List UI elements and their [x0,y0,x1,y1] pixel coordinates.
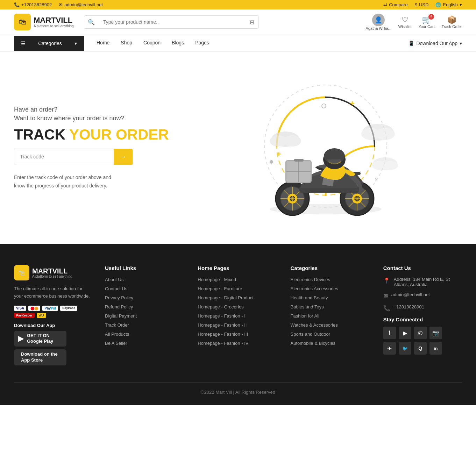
track-submit-button[interactable]: → [114,149,133,165]
nav-coupon[interactable]: Coupon [138,35,166,51]
list-item: Homepage - Fashion - III [198,331,276,337]
contact-email: ✉ admin@techvill.net [383,292,462,299]
footer-home-pages-col: Home Pages Homepage - Mixed Homepage - F… [198,265,276,368]
currency-selector[interactable]: $ USD [415,2,429,7]
facebook-icon[interactable]: f [383,327,396,339]
phone-link[interactable]: 📞 +12013828902 [14,2,52,7]
footer-brand-col: 🛍 MARTVILL A platform to sell anything T… [14,265,91,368]
cart-button[interactable]: 🛒 5 Your Cart [419,15,435,29]
homepage-mixed-link[interactable]: Homepage - Mixed [198,277,236,282]
language-selector[interactable]: 🌐 English ▾ [435,2,462,7]
fashion-all-link[interactable]: Fashion for All [291,313,319,319]
homepage-fashion4-link[interactable]: Homepage - Fashion - IV [198,341,248,346]
list-item: Sports and Outdoor [291,331,369,337]
wishlist-button[interactable]: ♡ Wishlist [398,15,412,29]
instagram-icon[interactable]: 📷 [429,327,442,339]
svg-text:+: + [350,99,355,108]
list-item: Homepage - Fashion - II [198,322,276,328]
user-profile[interactable]: 👤 Agatha Willia... [365,14,391,30]
stay-connected-title: Stay Connected [383,316,462,322]
list-item: Contact Us [105,286,184,291]
hero-content: Have an order? Want to know where your o… [14,106,182,190]
homepage-digital-link[interactable]: Homepage - Digital Product [198,295,254,300]
automobile-link[interactable]: Automobile & Bicycles [291,341,336,346]
currency-icon: $ [415,2,417,7]
linkedin-icon[interactable]: in [429,342,442,355]
health-beauty-link[interactable]: Health and Beauty [291,295,328,300]
social-icons-row2: ✈ 🐦 Q in [383,342,462,355]
social-icons-row1: f ▶ ✆ 📷 [383,327,462,339]
email-link[interactable]: ✉ admin@techvill.net [59,2,103,7]
compare-link[interactable]: ⇄ Compare [383,2,407,7]
nav-pages[interactable]: Pages [190,35,215,51]
list-item: Fashion for All [291,313,369,319]
watches-link[interactable]: Watches & Accessories [291,322,338,328]
svg-point-7 [375,128,395,140]
download-app-button[interactable]: 📱 Download Our App ▾ [408,41,462,46]
payment-icons: VISA ⬤⬤ PayPal PayPass PayKeeper WU [14,306,91,318]
about-us-link[interactable]: About Us [105,277,123,282]
mastercard-icon: ⬤⬤ [28,306,40,311]
list-item: All Products [105,331,184,337]
nav-blogs[interactable]: Blogs [166,35,190,51]
list-item: Refund Policy [105,304,184,309]
nav-shop[interactable]: Shop [115,35,138,51]
homepage-fashion3-link[interactable]: Homepage - Fashion - III [198,332,248,337]
phone-icon: 📞 [14,2,20,7]
whatsapp-icon[interactable]: ✆ [414,327,427,339]
youtube-icon[interactable]: ▶ [399,327,411,339]
electronics-accessories-link[interactable]: Electronics Accessories [291,286,339,291]
track-icon: 📦 [447,15,456,24]
hero-description: Enter the track code of your order above… [14,173,133,190]
quora-icon[interactable]: Q [414,342,427,355]
contact-us-link[interactable]: Contact Us [105,286,127,291]
track-code-input[interactable] [14,149,114,165]
home-pages-list: Homepage - Mixed Homepage - Furniture Ho… [198,277,276,346]
privacy-policy-link[interactable]: Privacy Policy [105,295,133,300]
app-store-badge[interactable]: Download on the App Store [14,349,66,365]
main-nav: ☰ Categories ▾ Home Shop Coupon Blogs Pa… [0,35,476,52]
homepage-fashion2-link[interactable]: Homepage - Fashion - II [198,322,247,328]
top-bar-left: 📞 +12013828902 ✉ admin@techvill.net [14,2,103,7]
hero-track-text: TRACK [14,126,69,143]
search-bar[interactable]: 🔍 ⊟ [84,15,259,29]
svg-text:×: × [375,176,378,182]
be-seller-link[interactable]: Be A Seller [105,341,127,346]
categories-button[interactable]: ☰ Categories ▾ [14,36,84,51]
location-icon: 📍 [383,277,390,284]
digital-payment-link[interactable]: Digital Payment [105,313,137,319]
homepage-groceries-link[interactable]: Homepage - Groceries [198,304,244,309]
search-input[interactable] [98,16,246,28]
nav-links: Home Shop Coupon Blogs Pages [84,35,408,51]
mobile-icon: 📱 [408,41,414,46]
babies-toys-link[interactable]: Babies and Toys [291,304,324,309]
nav-home[interactable]: Home [91,35,115,51]
useful-links-list: About Us Contact Us Privacy Policy Refun… [105,277,184,346]
footer: 🛍 MARTVILL A platform to sell anything T… [0,244,476,405]
header-actions: 👤 Agatha Willia... ♡ Wishlist 🛒 5 Your C… [365,14,462,30]
track-order-link[interactable]: Track Order [105,322,129,328]
chevron-down-icon: ▾ [460,2,462,7]
electronics-devices-link[interactable]: Electronics Devices [291,277,330,282]
refund-policy-link[interactable]: Refund Policy [105,304,133,309]
homepage-fashion1-link[interactable]: Homepage - Fashion - I [198,313,246,319]
list-item: Homepage - Mixed [198,277,276,282]
google-play-badge[interactable]: ▶ GET IT ON Google Play [14,331,66,347]
list-item: Electronics Accessories [291,286,369,291]
telegram-icon[interactable]: ✈ [383,342,396,355]
svg-point-10 [383,161,398,170]
homepage-furniture-link[interactable]: Homepage - Furniture [198,286,242,291]
filter-button[interactable]: ⊟ [246,16,258,28]
contact-address: 📍 Address: 184 Main Rd E, St Albans, Aus… [383,277,462,287]
footer-logo[interactable]: 🛍 MARTVILL A platform to sell anything [14,265,91,280]
cart-icon: 🛒 5 [422,15,431,24]
track-order-button[interactable]: 📦 Track Order [442,15,462,29]
track-input-row[interactable]: → [14,149,133,165]
sports-outdoor-link[interactable]: Sports and Outdoor [291,332,330,337]
list-item: Watches & Accessories [291,322,369,328]
logo[interactable]: 🛍 MARTVILL A platform to sell anything [14,14,77,30]
twitter-icon[interactable]: 🐦 [399,342,411,355]
all-products-link[interactable]: All Products [105,332,129,337]
email-icon: ✉ [59,2,63,7]
paypal-icon: PayPal [42,306,58,311]
